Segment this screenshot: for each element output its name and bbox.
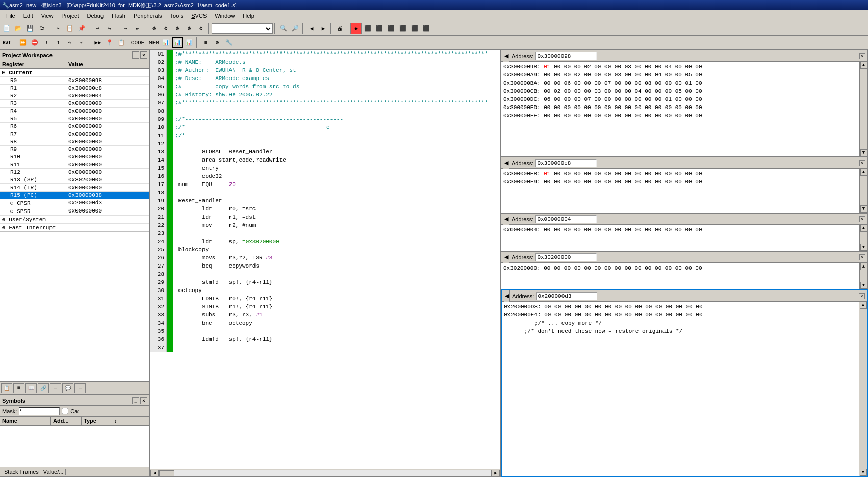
dbg2[interactable]: ⛔ (29, 37, 40, 48)
code-hscrollbar[interactable]: ◀ ▶ (150, 469, 500, 477)
reg-toolbar-1[interactable]: 📋 (1, 383, 12, 393)
scroll-left-btn[interactable]: ◀ (150, 470, 159, 477)
nav-fwd-btn[interactable]: ▶ (318, 23, 329, 34)
menu-view[interactable]: View (37, 12, 58, 20)
t2[interactable]: ⚙ (160, 23, 171, 34)
undo-btn[interactable]: ↩ (92, 23, 104, 34)
mem4-addr-input[interactable] (535, 253, 597, 261)
t4[interactable]: ⚙ (184, 23, 195, 34)
table-row[interactable]: R20x00000004 (0, 92, 149, 100)
dbg4[interactable]: 📋 (116, 37, 127, 48)
t3[interactable]: ⚙ (172, 23, 183, 34)
run-to-btn[interactable]: ▶▶ (92, 37, 104, 48)
mem2-left-arrow[interactable]: ◀ (503, 157, 509, 169)
sym-minimize-btn[interactable]: _ (132, 397, 139, 404)
mem1-left-arrow[interactable]: ◀ (503, 50, 509, 62)
dbg5[interactable]: 📊 (160, 37, 171, 48)
sym-col-sort[interactable]: ↕ (112, 417, 122, 425)
menu-project[interactable]: Project (57, 12, 83, 20)
t9[interactable]: ⬛ (386, 23, 397, 34)
t6[interactable]: 🖨 (334, 23, 345, 34)
mem4-close-btn[interactable]: × (859, 254, 865, 260)
mem5-close-btn[interactable]: × (859, 293, 865, 299)
table-row[interactable]: ⊕ Fast Interrupt (0, 224, 149, 232)
dbg6[interactable]: 📊 (172, 37, 183, 48)
new-btn[interactable]: 📄 (1, 23, 12, 34)
table-row[interactable]: R80x00000000 (0, 138, 149, 146)
t11[interactable]: ⬛ (409, 23, 420, 34)
mem-btn[interactable]: MEM (148, 37, 160, 48)
reg-toolbar-4[interactable]: 🔗 (38, 383, 49, 393)
table-row[interactable]: R120x00000000 (0, 169, 149, 176)
menu-help[interactable]: Help (239, 12, 259, 20)
mem2-addr-input[interactable] (535, 159, 597, 167)
table-row[interactable]: ⊕ SPSR0x00000000 (0, 207, 149, 216)
mem4-scroll-down[interactable]: ▼ (860, 282, 867, 289)
debug-stop-btn[interactable]: ● (350, 23, 362, 34)
mem1-close-btn[interactable]: × (859, 53, 865, 59)
find-next-btn[interactable]: 🔎 (290, 23, 301, 34)
combo-box[interactable] (212, 23, 273, 34)
mem5-addr-input[interactable] (536, 292, 597, 300)
nav-back-btn[interactable]: ◀ (306, 23, 317, 34)
step-in[interactable]: ⬇ (41, 37, 52, 48)
hex-btn[interactable]: ≡ (200, 37, 211, 48)
menu-debug[interactable]: Debug (83, 12, 108, 20)
mem3-close-btn[interactable]: × (859, 216, 865, 222)
table-row[interactable]: R110x00000000 (0, 161, 149, 169)
table-row[interactable]: R90x00000000 (0, 146, 149, 153)
indent-btn[interactable]: ⇥ (120, 23, 132, 34)
mem5-scrollbar[interactable]: ▲ ▼ (859, 302, 867, 476)
open-btn[interactable]: 📂 (13, 23, 24, 34)
pw-minimize-btn[interactable]: _ (132, 51, 139, 59)
table-row[interactable]: R30x00000000 (0, 100, 149, 108)
t1[interactable]: ⚙ (148, 23, 160, 34)
mem4-scroll-up[interactable]: ▲ (860, 263, 867, 270)
mem1-scrollbar[interactable]: ▲ ▼ (859, 62, 867, 156)
redo-btn[interactable]: ↪ (104, 23, 115, 34)
table-row[interactable]: R14 (LR)0x00000000 (0, 184, 149, 192)
scroll-thumb[interactable] (159, 470, 174, 476)
dbg1[interactable]: ⏩ (17, 37, 29, 48)
mem3-addr-input[interactable] (535, 215, 597, 223)
table-row[interactable]: R40x00000000 (0, 108, 149, 115)
mem3-scrollbar[interactable]: ▲ ▼ (859, 225, 867, 251)
find-btn[interactable]: 🔍 (278, 23, 289, 34)
menu-window[interactable]: Window (211, 12, 239, 20)
cut-btn[interactable]: ✂ (53, 23, 64, 34)
mem3-left-arrow[interactable]: ◀ (503, 214, 509, 225)
t12[interactable]: ⬛ (421, 23, 432, 34)
reg-r15-pc[interactable]: R15 (PC)0x30000038 (0, 192, 149, 199)
step-back[interactable]: ↶ (76, 37, 87, 48)
mem2-close-btn[interactable]: × (859, 160, 865, 166)
mem1-scroll-down[interactable]: ▼ (860, 149, 867, 156)
table-row[interactable]: R13 (SP)0x30200000 (0, 176, 149, 184)
mem2-scroll-down[interactable]: ▼ (860, 205, 867, 213)
menu-file[interactable]: File (2, 12, 19, 20)
dbg7[interactable]: 📊 (184, 37, 195, 48)
sym-close-btn[interactable]: × (140, 397, 147, 404)
mem2-scroll-up[interactable]: ▲ (860, 169, 867, 176)
save-all-btn[interactable]: 🗂 (36, 23, 47, 34)
copy-btn[interactable]: 📋 (64, 23, 75, 34)
table-row[interactable]: R50x00000000 (0, 115, 149, 123)
t8[interactable]: ⬛ (374, 23, 385, 34)
mem2-scrollbar[interactable]: ▲ ▼ (859, 169, 867, 213)
menu-edit[interactable]: Edit (19, 12, 37, 20)
dbg8[interactable]: ⚙ (212, 37, 223, 48)
reg-toolbar-5[interactable]: … (50, 383, 61, 393)
t5[interactable]: ⚙ (195, 23, 207, 34)
table-row[interactable]: R60x00000000 (0, 123, 149, 130)
dbg3[interactable]: 📍 (104, 37, 115, 48)
reg-toolbar-3[interactable]: 📖 (25, 383, 37, 393)
case-checkbox[interactable] (62, 408, 68, 414)
table-row[interactable]: ⊕ CPSR0x200000d3 (0, 199, 149, 207)
reg-toolbar-7[interactable]: … (74, 383, 86, 393)
paste-btn[interactable]: 📌 (76, 23, 87, 34)
step-out[interactable]: ⬆ (53, 37, 64, 48)
t10[interactable]: ⬛ (397, 23, 409, 34)
scroll-track[interactable] (159, 470, 492, 477)
mem5-scroll-down[interactable]: ▼ (860, 469, 867, 476)
scroll-right-btn[interactable]: ▶ (492, 470, 500, 477)
table-row[interactable]: R100x00000000 (0, 153, 149, 161)
